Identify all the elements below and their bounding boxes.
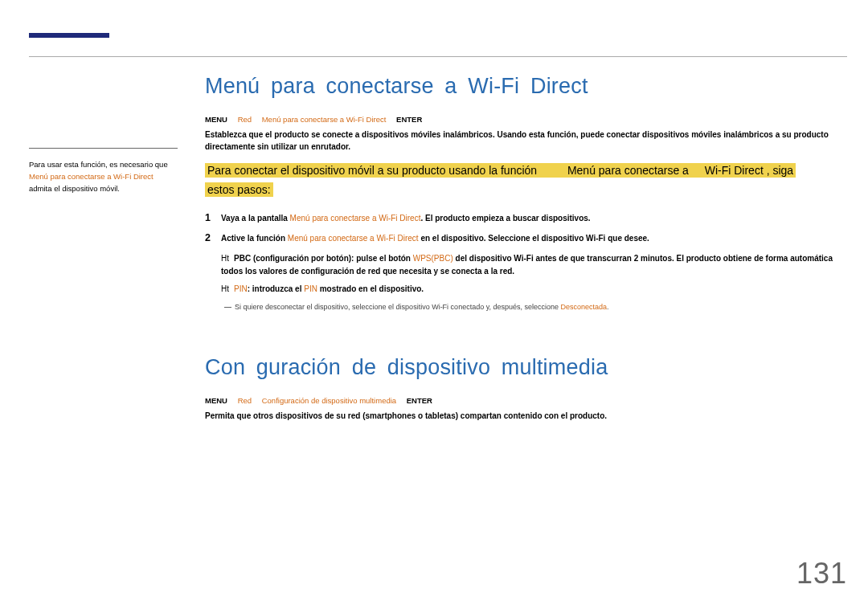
page-number: 131 [796, 557, 847, 591]
nav2-enter: ENTER [407, 396, 432, 405]
top-divider [29, 56, 847, 57]
section1-breadcrumb: MENU Red Menú para conectarse a Wi-Fi Di… [205, 115, 847, 124]
side-divider [29, 148, 178, 149]
step-1: 1 Vaya a la pantalla Menú para conectars… [205, 212, 847, 224]
highlight-line1: Para conectar el dispositivo móvil a su … [205, 163, 796, 178]
nav-red: Red [238, 115, 252, 124]
document-page: Para usar esta función, es necesario que… [0, 0, 868, 613]
highlight-line2: estos pasos: [205, 182, 273, 197]
main-content: Menú para conectarse a Wi-Fi Direct MENU… [205, 74, 847, 430]
step2-post: en el dispositivo. Seleccione el disposi… [419, 234, 649, 243]
sub-pbc-lead: Ht [221, 254, 229, 263]
disconnect-note: ―Si quiere desconectar el dispositivo, s… [224, 300, 847, 313]
sub-pin: HtPIN: introduzca el PIN mostrado en el … [221, 283, 847, 296]
step-1-text: Vaya a la pantalla Menú para conectarse … [221, 212, 591, 224]
section1-intro: Establezca que el producto se conecte a … [205, 129, 847, 153]
nav-enter: ENTER [396, 115, 422, 124]
nav-item: Menú para conectarse a Wi-Fi Direct [262, 115, 387, 124]
sub-pin-orange2: PIN [304, 284, 317, 293]
step2-orange: Menú para conectarse a Wi-Fi Direct [288, 234, 419, 243]
sub-pbc-pre: PBC (configuración por botón): pulse el … [234, 254, 413, 263]
section2-title: Con guración de dispositivo multimedia [205, 355, 847, 380]
highlight-block: Para conectar el dispositivo móvil a su … [205, 162, 847, 198]
side-line-1: Para usar esta función, es necesario que [29, 160, 168, 169]
nav2-item: Configuración de dispositivo multimedia [262, 396, 396, 405]
step-2: 2 Active la función Menú para conectarse… [205, 232, 847, 244]
step-1-num: 1 [205, 212, 221, 224]
section2-body: Permita que otros dispositivos de su red… [205, 410, 847, 422]
hl-a: Para conectar el dispositivo móvil a su … [207, 164, 537, 177]
hl-b: Menú para conectarse a [567, 164, 689, 177]
sub-pin-orange1: PIN [234, 284, 248, 293]
step1-pre: Vaya a la pantalla [221, 214, 290, 223]
side-note: Para usar esta función, es necesario que… [29, 148, 178, 194]
hl-c: Wi-Fi Direct , siga [705, 164, 793, 177]
nav-menu: MENU [205, 115, 227, 124]
sub-pin-mid: : introduzca el [248, 284, 305, 293]
nav2-menu: MENU [205, 396, 227, 405]
note-orange: Desconectada [561, 303, 608, 311]
nav2-red: Red [238, 396, 252, 405]
sub-pbc-orange: WPS(PBC) [413, 254, 453, 263]
step1-orange: Menú para conectarse a Wi-Fi Direct [290, 214, 421, 223]
step2-pre: Active la función [221, 234, 288, 243]
section1-title: Menú para conectarse a Wi-Fi Direct [205, 74, 847, 99]
step-2-text: Active la función Menú para conectarse a… [221, 232, 649, 244]
note-post: . [607, 303, 609, 311]
side-note-text: Para usar esta función, es necesario que… [29, 158, 178, 194]
step1-post: . El producto empieza a buscar dispositi… [420, 214, 590, 223]
accent-bar [29, 33, 109, 38]
sub-pin-post: mostrado en el dispositivo. [317, 284, 424, 293]
section2-breadcrumb: MENU Red Configuración de dispositivo mu… [205, 396, 847, 405]
side-line-3: admita el dispositivo móvil. [29, 184, 120, 193]
note-mark: ― [224, 303, 231, 311]
side-line-2: Menú para conectarse a Wi-Fi Direct [29, 172, 154, 181]
sub-pbc: HtPBC (configuración por botón): pulse e… [221, 252, 847, 278]
note-pre: Si quiere desconectar el dispositivo, se… [235, 303, 561, 311]
sub-pin-lead: Ht [221, 284, 229, 293]
step-2-num: 2 [205, 232, 221, 244]
